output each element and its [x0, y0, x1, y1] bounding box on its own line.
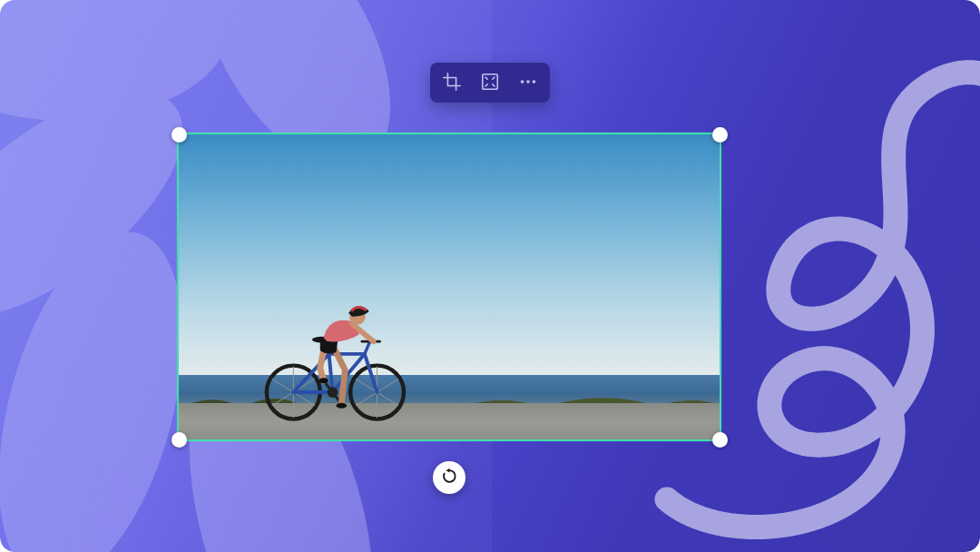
editor-canvas-background	[0, 0, 980, 552]
image-edit-toolbar	[430, 63, 550, 103]
selected-image[interactable]	[179, 134, 720, 439]
resize-handle-top-right[interactable]	[712, 127, 728, 143]
expand-icon	[480, 72, 500, 94]
svg-point-7	[521, 80, 524, 84]
svg-line-20	[377, 393, 399, 407]
svg-line-16	[272, 393, 294, 407]
rotate-icon	[441, 468, 458, 488]
svg-line-17	[272, 380, 294, 393]
svg-line-14	[294, 393, 316, 407]
svg-point-33	[319, 379, 328, 384]
svg-point-8	[526, 80, 530, 84]
svg-point-32	[337, 403, 348, 409]
resize-handle-bottom-left[interactable]	[172, 432, 187, 448]
crop-icon	[442, 72, 462, 94]
more-options-button[interactable]	[515, 70, 541, 95]
selected-image-frame[interactable]	[177, 133, 721, 441]
resize-handle-bottom-right[interactable]	[712, 432, 728, 448]
svg-line-19	[377, 380, 399, 393]
svg-rect-6	[483, 74, 498, 89]
crop-button[interactable]	[439, 70, 465, 95]
rotate-handle[interactable]	[433, 461, 466, 494]
image-cyclist	[260, 299, 411, 420]
expand-button[interactable]	[477, 70, 503, 95]
resize-handle-top-left[interactable]	[172, 127, 187, 143]
svg-point-9	[533, 80, 536, 84]
svg-line-24	[365, 342, 370, 355]
more-icon	[518, 72, 538, 94]
svg-line-22	[356, 393, 377, 407]
